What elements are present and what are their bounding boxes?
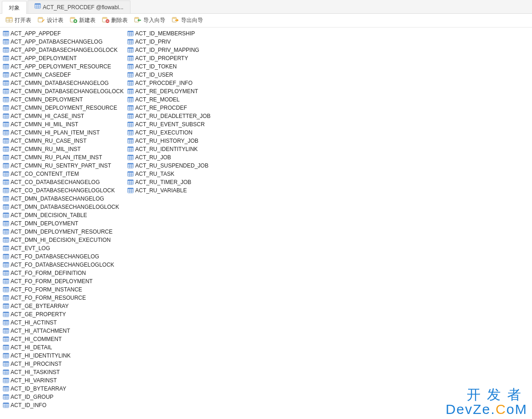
table-item-label: ACT_ID_PRIV — [135, 38, 170, 46]
table-icon — [127, 72, 134, 78]
table-item[interactable]: ACT_CMMN_RU_PLAN_ITEM_INST — [3, 153, 124, 162]
table-item[interactable]: ACT_RU_TASK — [127, 170, 210, 178]
table-item-label: ACT_RU_DEADLETTER_JOB — [135, 112, 210, 120]
table-item[interactable]: ACT_FO_FORM_DEFINITION — [3, 269, 124, 277]
table-item[interactable]: ACT_GE_PROPERTY — [3, 310, 124, 318]
table-icon — [3, 278, 9, 285]
table-item[interactable]: ACT_CMMN_DEPLOYMENT_RESOURCE — [3, 104, 124, 112]
open-table-button[interactable]: 打开表 — [3, 15, 34, 26]
design-table-button[interactable]: 设计表 — [35, 15, 66, 26]
import-wizard-button[interactable]: 导入向导 — [131, 15, 168, 26]
design-table-label: 设计表 — [47, 17, 63, 24]
table-item[interactable]: ACT_ID_USER — [127, 71, 210, 79]
table-item-label: ACT_RU_JOB — [135, 153, 171, 162]
table-item[interactable]: ACT_ID_GROUP — [3, 393, 124, 401]
table-item[interactable]: ACT_APP_DEPLOYMENT_RESOURCE — [3, 62, 124, 71]
table-icon — [127, 80, 134, 86]
table-item[interactable]: ACT_CO_DATABASECHANGELOG — [3, 178, 124, 186]
table-icon — [127, 105, 134, 111]
table-item[interactable]: ACT_APP_DEPLOYMENT — [3, 54, 124, 62]
table-item[interactable]: ACT_CO_CONTENT_ITEM — [3, 170, 124, 178]
tab-objects[interactable]: 对象 — [2, 1, 27, 14]
table-item[interactable]: ACT_DMN_HI_DECISION_EXECUTION — [3, 236, 124, 244]
delete-table-button[interactable]: 删除表 — [99, 15, 130, 26]
export-wizard-button[interactable]: 导出向导 — [169, 15, 206, 26]
table-item[interactable]: ACT_CMMN_CASEDEF — [3, 71, 124, 79]
table-item[interactable]: ACT_HI_PROCINST — [3, 360, 124, 368]
table-item-label: ACT_RU_EXECUTION — [135, 128, 192, 137]
table-item[interactable]: ACT_DMN_DATABASECHANGELOGLOCK — [3, 203, 124, 211]
table-icon — [3, 179, 9, 185]
table-icon — [127, 138, 134, 144]
table-item[interactable]: ACT_RE_DEPLOYMENT — [127, 87, 210, 95]
table-item[interactable]: ACT_ID_BYTEARRAY — [3, 385, 124, 393]
table-item-label: ACT_CMMN_CASEDEF — [11, 71, 71, 79]
table-item[interactable]: ACT_CMMN_HI_MIL_INST — [3, 120, 124, 128]
table-item[interactable]: ACT_RU_EXECUTION — [127, 128, 210, 137]
table-icon — [3, 80, 9, 86]
table-item[interactable]: ACT_ID_INFO — [3, 401, 124, 409]
table-item[interactable]: ACT_ID_MEMBERSHIP — [127, 29, 210, 38]
table-item[interactable]: ACT_FO_DATABASECHANGELOG — [3, 252, 124, 261]
table-item-label: ACT_GE_PROPERTY — [11, 310, 66, 318]
table-item[interactable]: ACT_CMMN_RU_SENTRY_PART_INST — [3, 162, 124, 170]
table-item[interactable]: ACT_CMMN_DEPLOYMENT — [3, 95, 124, 104]
table-item[interactable]: ACT_RU_HISTORY_JOB — [127, 137, 210, 145]
table-item[interactable]: ACT_HI_ACTINST — [3, 318, 124, 327]
table-item[interactable]: ACT_RU_IDENTITYLINK — [127, 145, 210, 153]
table-item[interactable]: ACT_RE_MODEL — [127, 95, 210, 104]
table-item-label: ACT_HI_ATTACHMENT — [11, 327, 70, 335]
table-item[interactable]: ACT_CO_DATABASECHANGELOGLOCK — [3, 186, 124, 195]
table-item[interactable]: ACT_CMMN_HI_PLAN_ITEM_INST — [3, 128, 124, 137]
table-item[interactable]: ACT_ID_PRIV_MAPPING — [127, 46, 210, 54]
tables-column-1: ACT_APP_APPDEFACT_APP_DATABASECHANGELOGA… — [3, 29, 124, 409]
table-item[interactable]: ACT_DMN_DECISION_TABLE — [3, 211, 124, 219]
table-item[interactable]: ACT_RU_EVENT_SUBSCR — [127, 120, 210, 128]
new-table-button[interactable]: 新建表 — [67, 15, 98, 26]
table-item[interactable]: ACT_GE_BYTEARRAY — [3, 302, 124, 310]
table-item[interactable]: ACT_CMMN_RU_CASE_INST — [3, 137, 124, 145]
table-item[interactable]: ACT_DMN_DEPLOYMENT_RESOURCE — [3, 228, 124, 236]
table-item[interactable]: ACT_ID_PROPERTY — [127, 54, 210, 62]
tab-procdef[interactable]: ACT_RE_PROCDEF @flowabl... — [28, 0, 130, 13]
table-item[interactable]: ACT_RU_DEADLETTER_JOB — [127, 112, 210, 120]
table-item[interactable]: ACT_RU_SUSPENDED_JOB — [127, 162, 210, 170]
table-item[interactable]: ACT_HI_IDENTITYLINK — [3, 352, 124, 360]
table-item-label: ACT_CMMN_HI_CASE_INST — [11, 112, 84, 120]
table-item[interactable]: ACT_DMN_DEPLOYMENT — [3, 219, 124, 228]
table-item[interactable]: ACT_RE_PROCDEF — [127, 104, 210, 112]
table-item[interactable]: ACT_FO_DATABASECHANGELOGLOCK — [3, 261, 124, 269]
table-item[interactable]: ACT_HI_VARINST — [3, 376, 124, 385]
table-item[interactable]: ACT_FO_FORM_RESOURCE — [3, 294, 124, 302]
import-wizard-icon — [134, 16, 141, 25]
table-item[interactable]: ACT_EVT_LOG — [3, 244, 124, 252]
table-item[interactable]: ACT_RU_JOB — [127, 153, 210, 162]
table-item[interactable]: ACT_APP_DATABASECHANGELOGLOCK — [3, 46, 124, 54]
table-item[interactable]: ACT_HI_TASKINST — [3, 368, 124, 376]
table-item[interactable]: ACT_CMMN_RU_MIL_INST — [3, 145, 124, 153]
table-icon — [34, 1, 41, 14]
table-item[interactable]: ACT_APP_DATABASECHANGELOG — [3, 38, 124, 46]
table-item[interactable]: ACT_HI_ATTACHMENT — [3, 327, 124, 335]
table-item[interactable]: ACT_APP_APPDEF — [3, 29, 124, 38]
table-item-label: ACT_HI_COMMENT — [11, 335, 62, 343]
table-item[interactable]: ACT_FO_FORM_DEPLOYMENT — [3, 277, 124, 285]
table-item-label: ACT_RE_DEPLOYMENT — [135, 87, 198, 95]
table-item[interactable]: ACT_CMMN_DATABASECHANGELOGLOCK — [3, 87, 124, 95]
table-item[interactable]: ACT_CMMN_DATABASECHANGELOG — [3, 79, 124, 87]
table-item[interactable]: ACT_RU_TIMER_JOB — [127, 178, 210, 186]
table-item[interactable]: ACT_RU_VARIABLE — [127, 186, 210, 195]
table-icon — [3, 30, 9, 37]
table-item[interactable]: ACT_CMMN_HI_CASE_INST — [3, 112, 124, 120]
table-item[interactable]: ACT_DMN_DATABASECHANGELOG — [3, 195, 124, 203]
table-item[interactable]: ACT_ID_PRIV — [127, 38, 210, 46]
table-item[interactable]: ACT_HI_DETAIL — [3, 343, 124, 352]
table-icon — [127, 146, 134, 152]
table-item[interactable]: ACT_PROCDEF_INFO — [127, 79, 210, 87]
table-item[interactable]: ACT_HI_COMMENT — [3, 335, 124, 343]
table-item-label: ACT_RE_MODEL — [135, 95, 180, 104]
table-item[interactable]: ACT_FO_FORM_INSTANCE — [3, 285, 124, 294]
table-icon — [3, 121, 9, 128]
table-item[interactable]: ACT_ID_TOKEN — [127, 62, 210, 71]
tab-bar: 对象 ACT_RE_PROCDEF @flowabl... — [0, 0, 532, 14]
